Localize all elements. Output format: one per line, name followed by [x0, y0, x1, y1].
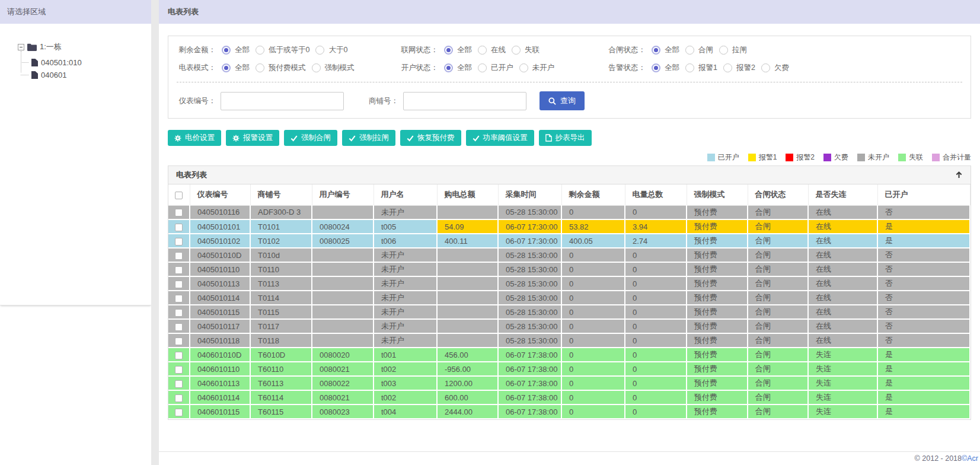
- check-icon: [349, 135, 356, 142]
- radio-option[interactable]: 未开户: [519, 63, 555, 73]
- tree-node[interactable]: 040601: [21, 71, 151, 79]
- table-cell: 预付费: [687, 319, 748, 333]
- tree-root-node[interactable]: 1:一栋: [18, 42, 151, 52]
- table-cell: 否: [877, 248, 970, 262]
- gear-icon: [232, 135, 240, 142]
- restore-prepaid-button[interactable]: 恢复预付费: [400, 130, 461, 146]
- filter-separator: [177, 82, 962, 82]
- shop-no-input[interactable]: [403, 92, 526, 110]
- meter-export-button[interactable]: 抄表导出: [539, 130, 592, 146]
- radio-option[interactable]: 报警2: [723, 63, 755, 73]
- radio-option[interactable]: 已开户: [478, 63, 513, 73]
- row-checkbox[interactable]: [175, 309, 183, 317]
- table-cell: 0080021: [312, 390, 374, 405]
- radio-button-icon[interactable]: [652, 46, 660, 55]
- radio-button-icon[interactable]: [444, 63, 453, 72]
- table-cell: 合闸: [748, 248, 808, 262]
- radio-button-icon[interactable]: [652, 63, 660, 72]
- row-checkbox[interactable]: [175, 380, 183, 388]
- radio-option[interactable]: 全部: [652, 63, 679, 73]
- table-cell: 0: [625, 390, 687, 405]
- radio-option[interactable]: 欠费: [761, 63, 789, 73]
- select-all-checkbox[interactable]: [175, 192, 183, 199]
- radio-option[interactable]: 全部: [652, 45, 679, 55]
- filter-group-valve-status: 合闸状态：全部合闸拉闸: [598, 45, 971, 55]
- action-button-label: 抄表导出: [556, 133, 585, 143]
- radio-button-icon[interactable]: [256, 46, 264, 55]
- table-cell: T60110: [250, 362, 312, 376]
- radio-option[interactable]: 大于0: [315, 45, 347, 55]
- row-checkbox[interactable]: [175, 252, 183, 260]
- row-checkbox[interactable]: [175, 337, 183, 345]
- table-cell: 在线: [808, 305, 877, 319]
- collapse-toggle-icon[interactable]: [18, 44, 24, 50]
- radio-option-label: 全部: [235, 45, 250, 55]
- brand-link[interactable]: ©Acr: [962, 454, 978, 463]
- tree-node-label[interactable]: 040601: [41, 71, 66, 79]
- radio-option[interactable]: 全部: [444, 63, 472, 73]
- table-cell: 0: [561, 205, 625, 219]
- row-checkbox[interactable]: [175, 209, 183, 216]
- table-cell: 0: [625, 205, 687, 219]
- file-icon: [31, 59, 38, 66]
- radio-button-icon[interactable]: [719, 46, 728, 55]
- force-trip-button[interactable]: 强制拉闸: [342, 130, 395, 146]
- radio-button-icon[interactable]: [222, 63, 231, 72]
- radio-option[interactable]: 合闸: [685, 45, 713, 55]
- radio-option[interactable]: 在线: [478, 45, 506, 55]
- tree-root-label[interactable]: 1:一栋: [40, 42, 62, 52]
- radio-button-icon[interactable]: [444, 46, 453, 55]
- power-threshold-button[interactable]: 功率阈值设置: [466, 130, 534, 146]
- check-icon: [291, 135, 298, 142]
- query-button[interactable]: 查询: [540, 91, 585, 110]
- radio-button-icon[interactable]: [723, 63, 732, 72]
- row-checkbox-cell: [168, 305, 190, 319]
- table-cell: 0405010101: [190, 219, 250, 234]
- meter-no-input[interactable]: [221, 92, 344, 110]
- radio-option-label: 低于或等于0: [269, 45, 309, 55]
- radio-option[interactable]: 全部: [222, 45, 250, 55]
- table-cell: 0405010102: [190, 234, 250, 248]
- price-settings-button[interactable]: 电价设置: [168, 130, 221, 146]
- table-cell: T0101: [250, 219, 312, 234]
- radio-button-icon[interactable]: [519, 63, 528, 72]
- row-checkbox[interactable]: [175, 352, 183, 359]
- radio-button-icon[interactable]: [315, 46, 324, 55]
- table-cell: 合闸: [748, 234, 808, 248]
- table-cell: 失连: [808, 390, 877, 405]
- action-toolbar: 电价设置报警设置强制合闸强制拉闸恢复预付费功率阈值设置抄表导出: [168, 130, 971, 146]
- row-checkbox[interactable]: [175, 238, 183, 246]
- force-close-button[interactable]: 强制合闸: [284, 130, 337, 146]
- radio-button-icon[interactable]: [512, 46, 521, 55]
- row-checkbox[interactable]: [175, 409, 183, 416]
- radio-option[interactable]: 报警1: [685, 63, 717, 73]
- alarm-settings-button[interactable]: 报警设置: [226, 130, 279, 146]
- filter-label: 开户状态：: [391, 63, 438, 73]
- table-cell: 是: [877, 390, 970, 405]
- radio-button-icon[interactable]: [685, 46, 694, 55]
- tree-node-label[interactable]: 040501:010: [41, 58, 82, 67]
- radio-option[interactable]: 预付费模式: [256, 63, 306, 73]
- radio-option[interactable]: 全部: [222, 63, 250, 73]
- row-checkbox[interactable]: [175, 224, 183, 231]
- row-checkbox[interactable]: [175, 266, 183, 274]
- row-checkbox[interactable]: [175, 366, 183, 374]
- radio-button-icon[interactable]: [222, 46, 231, 55]
- radio-button-icon[interactable]: [312, 63, 321, 72]
- row-checkbox[interactable]: [175, 295, 183, 302]
- radio-option[interactable]: 低于或等于0: [256, 45, 309, 55]
- radio-option[interactable]: 全部: [444, 45, 472, 55]
- radio-button-icon[interactable]: [478, 46, 487, 55]
- row-checkbox[interactable]: [175, 281, 183, 288]
- radio-button-icon[interactable]: [256, 63, 264, 72]
- radio-button-icon[interactable]: [761, 63, 770, 72]
- scroll-top-icon[interactable]: [955, 171, 963, 179]
- radio-option[interactable]: 拉闸: [719, 45, 747, 55]
- row-checkbox[interactable]: [175, 394, 183, 402]
- radio-button-icon[interactable]: [685, 63, 694, 72]
- tree-node[interactable]: 040501:010: [21, 58, 151, 67]
- row-checkbox[interactable]: [175, 323, 183, 331]
- radio-button-icon[interactable]: [478, 63, 487, 72]
- radio-option[interactable]: 失联: [512, 45, 540, 55]
- radio-option[interactable]: 强制模式: [312, 63, 355, 73]
